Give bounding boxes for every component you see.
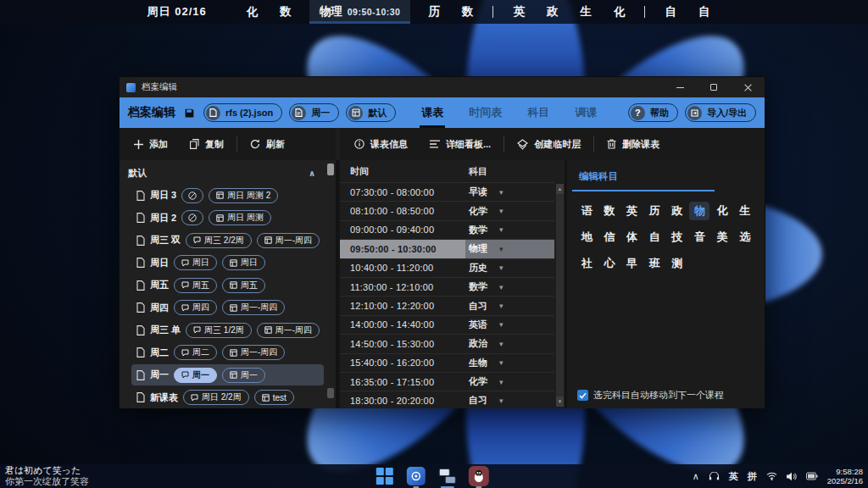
table-scrollbar[interactable]: ▲ ▼	[556, 184, 564, 407]
subject-button[interactable]: 早	[622, 254, 643, 273]
table-row[interactable]: 15:40:00 - 16:20:00 生物 ▾	[340, 353, 554, 372]
subject-dropdown[interactable]: 数学 ▾	[465, 278, 554, 296]
copy-button[interactable]: 复制	[179, 133, 235, 155]
start-button[interactable]	[375, 467, 395, 485]
topbar-subject[interactable]: 政	[536, 0, 570, 24]
auto-move-option[interactable]: 选完科目自动移动到下一个课程	[577, 389, 724, 402]
tab-subjects[interactable]: 科目	[527, 97, 549, 128]
subject-dropdown[interactable]: 政治 ▾	[465, 335, 554, 352]
taskbar-app-editor[interactable]	[437, 467, 458, 485]
subject-button[interactable]: 英	[622, 202, 643, 220]
table-row[interactable]: 08:10:00 - 08:50:00 化学 ▾	[340, 201, 554, 219]
subject-button[interactable]: 生	[735, 202, 755, 220]
topbar-subject[interactable]: 自	[687, 0, 721, 24]
subject-dropdown[interactable]: 化学 ▾	[465, 202, 554, 219]
detail-board-button[interactable]: 详细看板...	[419, 133, 502, 155]
table-row[interactable]: 14:50:00 - 15:30:00 政治 ▾	[340, 334, 554, 352]
subject-button[interactable]: 地	[576, 228, 597, 247]
table-row[interactable]: 09:50:00 - 10:30:00 物理 ▾	[340, 239, 554, 258]
topbar-current-class[interactable]: 物理 09:50-10:30	[309, 0, 411, 24]
ime-mode-badge[interactable]: 拼	[748, 470, 757, 483]
tab-swap[interactable]: 调课	[575, 97, 597, 128]
taskbar-app-classisland[interactable]	[406, 467, 426, 485]
subject-button[interactable]: 社	[576, 254, 597, 273]
subject-dropdown[interactable]: 历史 ▾	[465, 259, 554, 277]
subject-dropdown[interactable]: 早读 ▾	[465, 183, 554, 201]
list-item[interactable]: 新课表 周日 2/2周 test	[131, 387, 324, 408]
list-item[interactable]: 周日 2 周日 周测	[131, 208, 324, 229]
table-row[interactable]: 10:40:00 - 11:20:00 历史 ▾	[340, 258, 554, 277]
list-item[interactable]: 周三 单 周三 1/2周 周一-周四	[131, 319, 324, 341]
volume-icon[interactable]	[787, 472, 797, 481]
subject-button[interactable]: 技	[667, 228, 687, 247]
subject-button[interactable]: 体	[622, 228, 643, 247]
subject-button[interactable]: 化	[712, 202, 732, 220]
minimize-button[interactable]	[663, 77, 697, 97]
subject-button[interactable]: 信	[599, 228, 620, 247]
list-item[interactable]: 周四 周四 周一-周四	[131, 297, 324, 319]
collapse-chevron-icon[interactable]: ∧	[309, 169, 315, 178]
subject-dropdown[interactable]: 英语 ▾	[465, 316, 554, 334]
schedule-info-button[interactable]: 课表信息	[343, 133, 419, 155]
topbar-subject[interactable]: 生	[569, 0, 603, 24]
checkbox-checked[interactable]	[577, 390, 588, 401]
subject-button[interactable]: 数	[599, 202, 620, 220]
tab-timetable[interactable]: 时间表	[469, 97, 502, 128]
profile-pill[interactable]: 默认	[346, 103, 396, 122]
taskbar-clock[interactable]: 9:58:28 2025/2/16	[827, 467, 863, 485]
group-header[interactable]: 默认 ∧	[120, 160, 336, 183]
file-pill[interactable]: rfs (2).json	[203, 103, 282, 122]
close-button[interactable]	[731, 77, 765, 97]
create-temp-layer-button[interactable]: 创建临时层	[506, 133, 592, 155]
list-item[interactable]: 周五 周五 周五	[131, 274, 324, 296]
subject-dropdown[interactable]: 化学 ▾	[465, 373, 554, 391]
battery-icon[interactable]	[806, 472, 818, 480]
left-scrollbar[interactable]	[327, 164, 334, 405]
subject-button[interactable]: 自	[644, 228, 665, 247]
topbar-subject[interactable]: 数	[269, 0, 303, 24]
import-export-button[interactable]: 导入/导出	[685, 103, 756, 122]
delete-schedule-button[interactable]: 删除课表	[596, 133, 670, 155]
list-item[interactable]: 周一 周一 周一	[131, 364, 324, 385]
topbar-subject[interactable]: 自	[654, 0, 687, 24]
window-titlebar[interactable]: 档案编辑	[120, 77, 765, 97]
table-row[interactable]: 07:30:00 - 08:00:00 早读 ▾	[340, 182, 554, 201]
table-row[interactable]: 18:30:00 - 20:20:00 自习 ▾	[340, 391, 554, 408]
refresh-button[interactable]: 刷新	[239, 133, 296, 155]
subject-button[interactable]: 美	[712, 228, 732, 247]
subject-dropdown[interactable]: 数学 ▾	[465, 221, 554, 239]
maximize-button[interactable]	[697, 77, 731, 97]
list-item[interactable]: 周日 3 周日 周测 2	[131, 185, 324, 206]
topbar-subject[interactable]: 化	[236, 0, 270, 24]
subject-button[interactable]: 语	[576, 202, 597, 220]
list-item[interactable]: 周日 周日 周日	[131, 252, 324, 274]
topbar-subject[interactable]: 数	[451, 0, 485, 24]
headset-icon[interactable]	[709, 472, 720, 481]
tab-schedule[interactable]: 课表	[421, 97, 443, 128]
subject-button[interactable]: 班	[644, 254, 665, 273]
table-row[interactable]: 16:35:00 - 17:15:00 化学 ▾	[340, 372, 554, 391]
subject-button[interactable]: 测	[667, 254, 687, 273]
schedule-pill[interactable]: 周一	[289, 103, 339, 122]
table-row[interactable]: 12:10:00 - 12:20:00 自习 ▾	[340, 296, 554, 314]
subject-button[interactable]: 政	[667, 202, 687, 220]
subject-button[interactable]: 心	[599, 254, 620, 273]
subject-dropdown[interactable]: 自习 ▾	[465, 391, 554, 408]
add-button[interactable]: 添加	[123, 133, 179, 155]
taskbar-app-qq[interactable]	[469, 467, 489, 485]
subject-button[interactable]: 物	[689, 202, 709, 220]
table-row[interactable]: 09:00:00 - 09:40:00 数学 ▾	[340, 220, 554, 239]
topbar-subject[interactable]: 历	[417, 0, 451, 24]
subject-dropdown[interactable]: 自习 ▾	[465, 297, 554, 314]
ime-lang-badge[interactable]: 英	[729, 470, 738, 483]
help-button[interactable]: ? 帮助	[628, 103, 678, 122]
table-row[interactable]: 11:30:00 - 12:10:00 数学 ▾	[340, 277, 554, 296]
subject-button[interactable]: 选	[735, 228, 755, 247]
table-row[interactable]: 14:00:00 - 14:40:00 英语 ▾	[340, 315, 554, 334]
list-item[interactable]: 周二 周二 周一-周四	[131, 342, 324, 363]
wifi-icon[interactable]	[766, 472, 777, 480]
scroll-down-icon[interactable]: ▼	[556, 396, 564, 407]
subject-button[interactable]: 音	[689, 228, 709, 247]
subject-dropdown[interactable]: 物理 ▾	[465, 240, 554, 258]
scroll-up-icon[interactable]: ▲	[556, 184, 564, 194]
